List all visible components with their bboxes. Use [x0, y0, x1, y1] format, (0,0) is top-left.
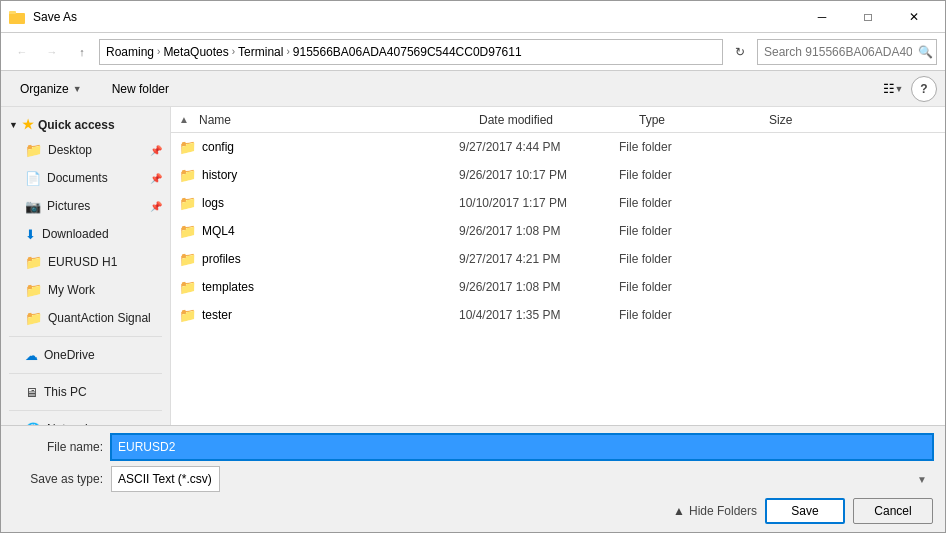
address-path[interactable]: Roaming › MetaQuotes › Terminal › 915566… — [99, 39, 723, 65]
file-name: logs — [202, 196, 224, 210]
col-name-label: Name — [199, 113, 231, 127]
new-folder-button[interactable]: New folder — [101, 76, 180, 102]
toolbar-right: ☷ ▼ ? — [879, 76, 937, 102]
filename-input[interactable] — [111, 434, 933, 460]
maximize-button[interactable]: □ — [845, 1, 891, 33]
quantaction-icon: 📁 — [25, 310, 42, 326]
table-row[interactable]: 📁 templates 9/26/2017 1:08 PM File folde… — [171, 273, 945, 301]
file-name: MQL4 — [202, 224, 235, 238]
path-segment-roaming: Roaming — [106, 45, 154, 59]
sidebar-item-mywork[interactable]: 📁 My Work — [1, 276, 170, 304]
sort-expand: ▲ — [179, 114, 199, 125]
organize-chevron: ▼ — [73, 84, 82, 94]
col-size-header[interactable]: Size — [769, 113, 849, 127]
file-type: File folder — [619, 280, 749, 294]
organize-label: Organize — [20, 82, 69, 96]
mywork-label: My Work — [48, 283, 95, 297]
back-button[interactable]: ← — [9, 39, 35, 65]
refresh-button[interactable]: ↻ — [727, 39, 753, 65]
search-input[interactable] — [757, 39, 937, 65]
quick-access-header: ▼ ★ Quick access — [1, 111, 170, 136]
file-date: 9/26/2017 1:08 PM — [459, 280, 619, 294]
documents-icon: 📄 — [25, 171, 41, 186]
file-list-header: ▲ Name Date modified Type Size — [171, 107, 945, 133]
quick-access-chevron: ▼ — [9, 120, 18, 130]
pictures-label: Pictures — [47, 199, 90, 213]
downloaded-label: Downloaded — [42, 227, 109, 241]
file-date: 9/27/2017 4:44 PM — [459, 140, 619, 154]
file-folder-icon: 📁 — [179, 251, 196, 267]
hide-chevron-icon: ▲ — [673, 504, 685, 518]
table-row[interactable]: 📁 config 9/27/2017 4:44 PM File folder — [171, 133, 945, 161]
file-date: 10/10/2017 1:17 PM — [459, 196, 619, 210]
sidebar-item-downloaded[interactable]: ⬇ Downloaded — [1, 220, 170, 248]
savetype-select[interactable]: ASCII Text (*.csv) — [111, 466, 220, 492]
save-button[interactable]: Save — [765, 498, 845, 524]
sidebar-divider-1 — [9, 336, 162, 337]
forward-button[interactable]: → — [39, 39, 65, 65]
path-segment-terminal: Terminal — [238, 45, 283, 59]
file-name-cell: 📁 templates — [179, 279, 459, 295]
file-name: config — [202, 140, 234, 154]
documents-pin-icon: 📌 — [150, 173, 162, 184]
table-row[interactable]: 📁 logs 10/10/2017 1:17 PM File folder — [171, 189, 945, 217]
close-button[interactable]: ✕ — [891, 1, 937, 33]
dialog-icon — [9, 9, 25, 25]
quantaction-label: QuantAction Signal — [48, 311, 151, 325]
table-row[interactable]: 📁 history 9/26/2017 10:17 PM File folder — [171, 161, 945, 189]
col-size-label: Size — [769, 113, 792, 127]
sidebar-item-documents[interactable]: 📄 Documents 📌 — [1, 164, 170, 192]
quick-access-icon: ★ — [22, 117, 34, 132]
onedrive-icon: ☁ — [25, 348, 38, 363]
table-row[interactable]: 📁 MQL4 9/26/2017 1:08 PM File folder — [171, 217, 945, 245]
up-button[interactable]: ↑ — [69, 39, 95, 65]
search-wrapper: 🔍 — [757, 39, 937, 65]
svg-rect-0 — [9, 13, 25, 24]
sidebar-divider-3 — [9, 410, 162, 411]
thispc-icon: 🖥 — [25, 385, 38, 400]
table-row[interactable]: 📁 profiles 9/27/2017 4:21 PM File folder — [171, 245, 945, 273]
file-type: File folder — [619, 308, 749, 322]
sidebar-item-network[interactable]: 🌐 Network — [1, 415, 170, 425]
col-date-label: Date modified — [479, 113, 553, 127]
view-chevron: ▼ — [895, 84, 904, 94]
col-name-header[interactable]: Name — [199, 113, 479, 127]
file-folder-icon: 📁 — [179, 279, 196, 295]
sidebar-item-thispc[interactable]: 🖥 This PC — [1, 378, 170, 406]
cancel-button[interactable]: Cancel — [853, 498, 933, 524]
main-area: ▼ ★ Quick access 📁 Desktop 📌 📄 Documents… — [1, 107, 945, 425]
path-segment-metaquotes: MetaQuotes — [163, 45, 228, 59]
file-name-cell: 📁 profiles — [179, 251, 459, 267]
file-folder-icon: 📁 — [179, 223, 196, 239]
col-type-header[interactable]: Type — [639, 113, 769, 127]
col-date-header[interactable]: Date modified — [479, 113, 639, 127]
savetype-wrapper: ASCII Text (*.csv) ▼ — [111, 466, 933, 492]
file-date: 9/27/2017 4:21 PM — [459, 252, 619, 266]
desktop-pin-icon: 📌 — [150, 145, 162, 156]
organize-button[interactable]: Organize ▼ — [9, 76, 93, 102]
file-date: 10/4/2017 1:35 PM — [459, 308, 619, 322]
filename-row: File name: — [13, 434, 933, 460]
sidebar-item-pictures[interactable]: 📷 Pictures 📌 — [1, 192, 170, 220]
downloaded-icon: ⬇ — [25, 227, 36, 242]
sidebar-item-eurusd[interactable]: 📁 EURUSD H1 — [1, 248, 170, 276]
view-button[interactable]: ☷ ▼ — [879, 76, 907, 102]
pictures-icon: 📷 — [25, 199, 41, 214]
table-row[interactable]: 📁 tester 10/4/2017 1:35 PM File folder — [171, 301, 945, 329]
search-icon-button[interactable]: 🔍 — [918, 45, 933, 59]
bottom-bar: File name: Save as type: ASCII Text (*.c… — [1, 425, 945, 532]
sidebar-item-quantaction[interactable]: 📁 QuantAction Signal — [1, 304, 170, 332]
file-name: templates — [202, 280, 254, 294]
onedrive-label: OneDrive — [44, 348, 95, 362]
minimize-button[interactable]: ─ — [799, 1, 845, 33]
file-folder-icon: 📁 — [179, 195, 196, 211]
hide-folders-button[interactable]: ▲ Hide Folders — [673, 504, 757, 518]
sidebar-item-desktop[interactable]: 📁 Desktop 📌 — [1, 136, 170, 164]
sidebar: ▼ ★ Quick access 📁 Desktop 📌 📄 Documents… — [1, 107, 171, 425]
file-type: File folder — [619, 168, 749, 182]
file-name-cell: 📁 MQL4 — [179, 223, 459, 239]
path-arrow-2: › — [232, 46, 235, 57]
eurusd-label: EURUSD H1 — [48, 255, 117, 269]
help-button[interactable]: ? — [911, 76, 937, 102]
sidebar-item-onedrive[interactable]: ☁ OneDrive — [1, 341, 170, 369]
